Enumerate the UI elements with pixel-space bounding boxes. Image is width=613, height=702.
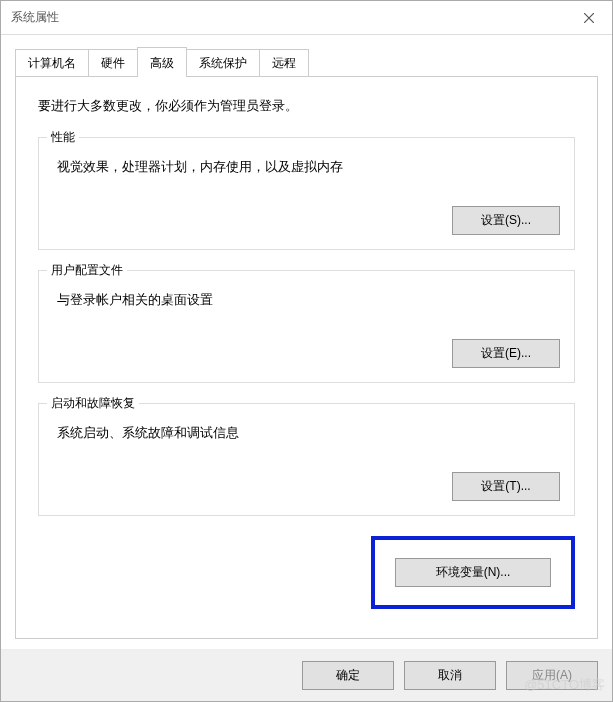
performance-desc: 视觉效果，处理器计划，内存使用，以及虚拟内存	[57, 158, 560, 176]
startup-group: 启动和故障恢复 系统启动、系统故障和调试信息 设置(T)...	[38, 403, 575, 516]
close-button[interactable]	[566, 1, 612, 35]
userprofile-desc: 与登录帐户相关的桌面设置	[57, 291, 560, 309]
startup-button-row: 设置(T)...	[53, 472, 560, 501]
tab-strip: 计算机名 硬件 高级 系统保护 远程	[15, 47, 598, 76]
userprofile-legend: 用户配置文件	[47, 262, 127, 279]
system-properties-window: 系统属性 计算机名 硬件 高级 系统保护 远程 要进行大多数更改，你必须作为管理…	[0, 0, 613, 702]
env-highlight-box: 环境变量(N)...	[371, 536, 575, 609]
tab-remote[interactable]: 远程	[259, 49, 309, 76]
performance-group: 性能 视觉效果，处理器计划，内存使用，以及虚拟内存 设置(S)...	[38, 137, 575, 250]
dialog-footer: 确定 取消 应用(A)	[1, 649, 612, 701]
startup-desc: 系统启动、系统故障和调试信息	[57, 424, 560, 442]
userprofile-settings-button[interactable]: 设置(E)...	[452, 339, 560, 368]
advanced-panel: 要进行大多数更改，你必须作为管理员登录。 性能 视觉效果，处理器计划，内存使用，…	[15, 76, 598, 639]
tab-system-protection[interactable]: 系统保护	[186, 49, 260, 76]
content-area: 计算机名 硬件 高级 系统保护 远程 要进行大多数更改，你必须作为管理员登录。 …	[1, 35, 612, 649]
admin-info-text: 要进行大多数更改，你必须作为管理员登录。	[38, 97, 575, 115]
tab-computer-name[interactable]: 计算机名	[15, 49, 89, 76]
ok-button[interactable]: 确定	[302, 661, 394, 690]
tab-hardware[interactable]: 硬件	[88, 49, 138, 76]
tab-advanced[interactable]: 高级	[137, 47, 187, 77]
performance-legend: 性能	[47, 129, 79, 146]
cancel-button[interactable]: 取消	[404, 661, 496, 690]
userprofile-group: 用户配置文件 与登录帐户相关的桌面设置 设置(E)...	[38, 270, 575, 383]
startup-settings-button[interactable]: 设置(T)...	[452, 472, 560, 501]
performance-settings-button[interactable]: 设置(S)...	[452, 206, 560, 235]
apply-button[interactable]: 应用(A)	[506, 661, 598, 690]
titlebar: 系统属性	[1, 1, 612, 35]
window-title: 系统属性	[11, 9, 59, 26]
environment-variables-button[interactable]: 环境变量(N)...	[395, 558, 551, 587]
performance-button-row: 设置(S)...	[53, 206, 560, 235]
close-icon	[584, 13, 594, 23]
userprofile-button-row: 设置(E)...	[53, 339, 560, 368]
startup-legend: 启动和故障恢复	[47, 395, 139, 412]
env-row: 环境变量(N)...	[38, 536, 575, 609]
